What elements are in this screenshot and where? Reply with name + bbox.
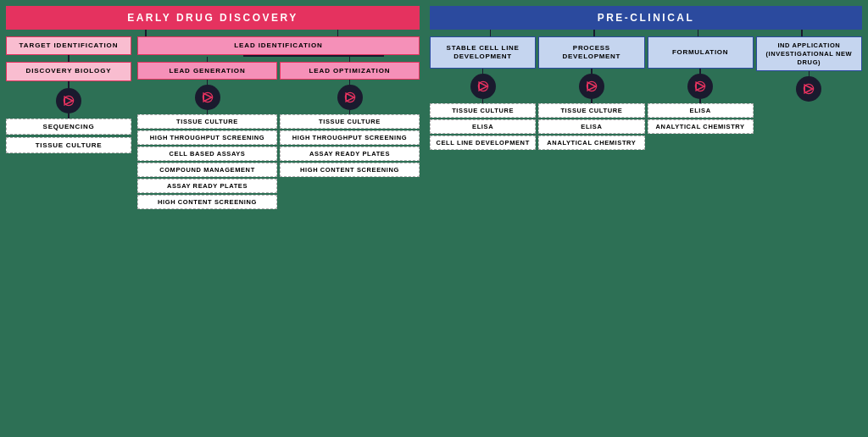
process-dev-col: PROCESS DEVELOPMENT TISSUE CULTURE ELISA… [538, 36, 644, 150]
formulation-col: FORMULATION ELISA ANALYTICAL CHEMISTRY [648, 36, 754, 150]
ind-app-col: IND APPLICATION (INVESTIGATIONAL NEW DRU… [756, 36, 862, 150]
target-id-box: TARGET IDENTIFICATION [6, 36, 131, 55]
process-dev-box: PROCESS DEVELOPMENT [538, 36, 644, 69]
logo-pre3 [687, 74, 713, 99]
early-col1: TARGET IDENTIFICATION DISCOVERY BIOLOGY … [6, 36, 131, 153]
logo-pre4 [796, 76, 821, 102]
seq-box: SEQUENCING [6, 119, 131, 135]
logo-pre2 [579, 74, 604, 99]
lead-gen-col: LEAD GENERATION TISSUE CULTURE HIGH THRO… [137, 62, 277, 209]
lead-section: LEAD IDENTIFICATION [137, 36, 420, 209]
ind-app-box: IND APPLICATION (INVESTIGATIONAL NEW DRU… [756, 36, 862, 71]
lead-gen-box: LEAD GENERATION [137, 62, 277, 80]
cell-based-assays-box: CELL BASED ASSAYS [137, 147, 277, 161]
stable-cell-col: STABLE CELL LINE DEVELOPMENT TISSUE CULT… [430, 36, 536, 150]
stable-cell-box: STABLE CELL LINE DEVELOPMENT [430, 36, 536, 69]
preclinical-title-bar: PRE-CLINICAL [430, 6, 862, 30]
logo-col3 [337, 85, 363, 110]
formulation-box: FORMULATION [648, 36, 754, 69]
lead-id-box: LEAD IDENTIFICATION [137, 36, 420, 55]
tissue-col1-box: TISSUE CULTURE [6, 137, 131, 153]
logo-pre1 [470, 74, 496, 99]
discovery-biology-box: DISCOVERY BIOLOGY [6, 62, 131, 80]
lead-opt-col: LEAD OPTIMIZATION TISSUE CULTURE HIGH TH… [280, 62, 420, 209]
logo-col1 [56, 88, 81, 113]
early-panel: EARLY DRUG DISCOVERY TARGET IDENTIFICATI… [6, 6, 420, 431]
lead-opt-box: LEAD OPTIMIZATION [280, 62, 420, 80]
preclinical-panel: PRE-CLINICAL STABLE CELL LINE DEVELOPMEN… [430, 6, 862, 431]
logo-col2 [195, 85, 220, 110]
early-title-bar: EARLY DRUG DISCOVERY [6, 6, 420, 30]
